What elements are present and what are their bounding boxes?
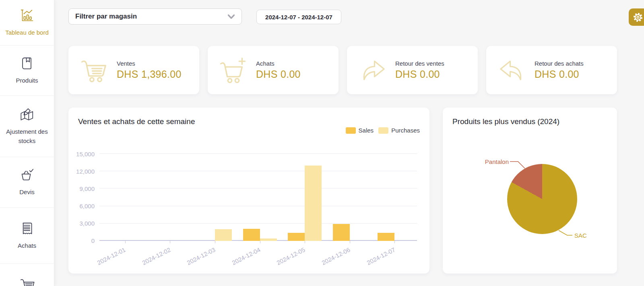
pie-slice-label-sac: SAC xyxy=(574,232,587,239)
cart-plus-icon xyxy=(219,56,248,85)
arrow-back-icon xyxy=(497,56,526,85)
cart-icon xyxy=(19,278,35,286)
y-tick-label: 6,000 xyxy=(79,203,95,209)
chevron-down-icon xyxy=(227,14,235,19)
sidebar-item-produits[interactable]: Produits xyxy=(0,46,54,96)
cart-filled-icon xyxy=(80,56,109,85)
y-tick-label: 12,000 xyxy=(76,168,95,174)
bar-chart-slots: 2024-12-012024-12-022024-12-032024-12-04… xyxy=(103,154,417,241)
x-tick xyxy=(125,241,126,243)
date-range-input[interactable] xyxy=(256,10,341,24)
y-tick-label: 0 xyxy=(91,237,95,244)
sidebar-item-label: Achats xyxy=(18,241,36,251)
pie-slice-label-pantalon: Pantalon xyxy=(483,158,509,165)
bar-slot: 2024-12-05 xyxy=(282,154,327,241)
bar-chart-plot: 03,0006,0009,00012,00015,000 2024-12-012… xyxy=(103,154,417,241)
sales-bar xyxy=(333,224,350,241)
stats-row: Ventes DHS 1,396.00 Achats DHS 0.00 xyxy=(68,46,617,94)
sidebar-item-label: Produits xyxy=(16,76,38,85)
sidebar-item-ajustement-des-stocks[interactable]: Ajustement des stocks xyxy=(0,96,54,157)
stat-card-retour-ventes: Retour des ventes DHS 0.00 xyxy=(347,46,478,94)
topbar: Filtrer par magasin xyxy=(68,8,617,33)
book-icon xyxy=(19,56,35,71)
legend-label: Purchases xyxy=(391,127,420,134)
bar-slot: 2024-12-01 xyxy=(103,154,148,241)
x-tick xyxy=(215,241,215,243)
settings-button[interactable] xyxy=(629,8,644,26)
sales-bar xyxy=(288,233,305,241)
sidebar-item-label: Ajustement des stocks xyxy=(2,127,52,145)
bar-slot: 2024-12-03 xyxy=(192,154,237,241)
sidebar-item-achats[interactable]: Achats xyxy=(0,208,54,264)
sidebar-item-devis[interactable]: Devis xyxy=(0,157,54,208)
y-tick-label: 3,000 xyxy=(79,220,95,227)
stat-value: DHS 0.00 xyxy=(256,68,301,80)
arrow-forward-icon xyxy=(358,56,387,85)
x-tick xyxy=(260,241,260,243)
x-tick xyxy=(305,241,305,243)
x-tick-label: 2024-12-01 xyxy=(96,246,127,266)
stat-label: Retour des ventes xyxy=(395,60,444,67)
sidebar-item-tableau-de-bord[interactable]: Tableau de bord xyxy=(0,0,54,46)
stat-card-achats: Achats DHS 0.00 xyxy=(208,46,339,94)
sidebar-item-label: Tableau de bord xyxy=(5,28,49,37)
stat-value: DHS 0.00 xyxy=(535,68,584,80)
stat-value: DHS 1,396.00 xyxy=(117,68,182,80)
basket-check-icon xyxy=(19,168,35,183)
sales-bar xyxy=(378,233,394,241)
y-tick-label: 15,000 xyxy=(76,150,95,157)
top-products-pie-card: Produits les plus vendus (2024) Pantalon… xyxy=(443,108,617,274)
purchases-bar xyxy=(215,229,232,241)
weekly-sales-purchases-chart-card: Ventes et achats de cette semaine SalesP… xyxy=(68,108,429,274)
legend-swatch xyxy=(346,127,356,134)
legend-item-purchases[interactable]: Purchases xyxy=(378,127,420,134)
sidebar-item-partial-bottom[interactable] xyxy=(0,264,54,286)
x-tick xyxy=(394,241,395,243)
main-content: Filtrer par magasin xyxy=(54,0,644,286)
bar-slot: 2024-12-04 xyxy=(237,154,283,241)
pie-chart-title: Produits les plus vendus (2024) xyxy=(452,117,559,126)
pie-chart xyxy=(507,164,577,234)
x-tick xyxy=(350,241,350,243)
bar-chart-title: Ventes et achats de cette semaine xyxy=(78,117,195,126)
stat-value: DHS 0.00 xyxy=(395,68,444,80)
bar-slot: 2024-12-06 xyxy=(327,154,372,241)
legend-swatch xyxy=(378,127,388,134)
sidebar: Tableau de bord Produits Ajustement des … xyxy=(0,0,54,286)
x-tick xyxy=(170,241,170,243)
x-tick-label: 2024-12-05 xyxy=(276,246,306,266)
stat-card-retour-achats: Retour des achats DHS 0.00 xyxy=(486,46,617,94)
x-tick-label: 2024-12-04 xyxy=(231,246,261,266)
store-filter-value: Filtrer par magasin xyxy=(75,12,137,21)
bar-chart-icon xyxy=(19,8,35,23)
gear-icon xyxy=(632,11,644,23)
receipt-icon xyxy=(19,221,35,236)
x-tick-label: 2024-12-03 xyxy=(186,246,217,266)
stat-label: Achats xyxy=(256,60,301,67)
stat-label: Ventes xyxy=(117,60,182,67)
purchases-bar xyxy=(305,166,322,241)
purchases-bar xyxy=(260,238,277,241)
sales-bar xyxy=(243,229,260,241)
store-filter-select[interactable]: Filtrer par magasin xyxy=(68,8,242,25)
bar-chart-legend: SalesPurchases xyxy=(346,127,420,134)
stat-label: Retour des achats xyxy=(535,60,584,67)
charts-row: Ventes et achats de cette semaine SalesP… xyxy=(68,108,617,274)
stat-card-ventes: Ventes DHS 1,396.00 xyxy=(68,46,199,94)
map-edit-icon xyxy=(19,107,35,122)
bar-slot: 2024-12-07 xyxy=(372,154,417,241)
x-tick-label: 2024-12-06 xyxy=(320,246,351,266)
sidebar-item-label: Devis xyxy=(19,188,35,197)
x-tick-label: 2024-12-07 xyxy=(365,246,396,266)
x-tick-label: 2024-12-02 xyxy=(141,246,171,266)
bar-slot: 2024-12-02 xyxy=(148,154,193,241)
legend-label: Sales xyxy=(359,127,374,134)
y-tick-label: 9,000 xyxy=(79,185,95,192)
legend-item-sales[interactable]: Sales xyxy=(346,127,374,134)
